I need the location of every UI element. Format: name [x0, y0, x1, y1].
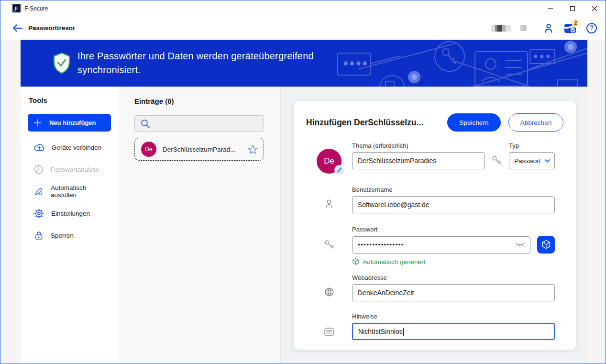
row-passwort: Passwort ••••••••••••••••	[306, 226, 563, 265]
minimize-icon	[548, 6, 553, 11]
key-type-icon	[491, 155, 502, 169]
sidebar-item-settings[interactable]: Einstellungen	[28, 202, 111, 224]
sync-banner: **** Ihre Passwörter und Daten werden ge…	[21, 40, 587, 87]
person-icon	[543, 23, 554, 33]
thema-input[interactable]: DerSchlüsselzumParadies	[352, 152, 485, 169]
shield-check-icon	[52, 52, 71, 74]
app-window: F F-Secure Passworttresor	[0, 0, 606, 364]
webadresse-input[interactable]: DenkeAnDeineZeit	[352, 284, 555, 301]
autofill-pen-icon	[34, 187, 44, 197]
chevron-down-icon	[545, 159, 550, 163]
username-person-icon	[324, 199, 334, 209]
edit-avatar-button[interactable]	[334, 165, 344, 175]
typ-select[interactable]: Passwort	[509, 152, 555, 169]
dice-icon	[541, 240, 551, 250]
password-key-icon	[324, 239, 335, 250]
entry-avatar-large: De	[317, 149, 342, 174]
row-benutzername: Benutzername SoftwareLiebe@gast.de	[306, 186, 563, 213]
add-new-button[interactable]: Neu hinzufügen	[28, 114, 111, 132]
sidebar-item-connect-devices[interactable]: Geräte verbinden	[28, 136, 111, 158]
back-button[interactable]	[9, 20, 25, 36]
hinweise-input[interactable]: NichtIstSinnlos	[352, 323, 555, 340]
close-button[interactable]	[584, 0, 606, 16]
auto-generated-note: Automatisch generiert	[352, 258, 555, 265]
titlebar: F F-Secure	[0, 0, 606, 16]
notification-badge: 2	[572, 19, 580, 27]
passwort-input[interactable]: ••••••••••••••••	[352, 236, 530, 254]
banner-message: Ihre Passwörter und Daten werden geräteü…	[77, 49, 350, 77]
app-header: Passworttresor 2	[0, 16, 606, 40]
window-controls	[540, 0, 606, 16]
app-name: F-Secure	[24, 5, 48, 12]
row-webadresse: Webadresse DenkeAnDeineZeit	[306, 274, 563, 301]
row-hinweise: Hinweise NichtIstSinnlos	[306, 313, 563, 340]
star-icon	[248, 144, 258, 154]
help-button[interactable]: ?	[585, 22, 598, 34]
pencil-icon	[337, 167, 342, 173]
text-caret	[403, 328, 404, 336]
show-password-button[interactable]	[515, 241, 525, 248]
benutzername-label: Benutzername	[352, 186, 555, 193]
redacted-block	[491, 25, 511, 32]
hinweise-label: Hinweise	[352, 313, 555, 320]
analysis-pie-icon	[34, 165, 44, 174]
lock-icon	[34, 231, 44, 241]
typ-label: Typ	[509, 142, 555, 149]
fsecure-logo-icon: F	[12, 4, 21, 12]
minimize-button[interactable]	[540, 0, 562, 16]
generated-dice-icon	[352, 258, 359, 265]
content-area: **** Ihre Passwörter und Daten werden ge…	[0, 40, 606, 364]
passwort-label: Passwort	[352, 226, 555, 233]
cancel-button[interactable]: Abbrechen	[508, 113, 563, 132]
plus-icon	[34, 119, 41, 126]
maximize-button[interactable]	[562, 0, 584, 16]
gear-icon	[34, 209, 44, 219]
card-title: Hinzufügen DerSchlüsselzu...	[306, 118, 447, 128]
generate-password-button[interactable]	[537, 236, 555, 254]
maximize-icon	[570, 6, 575, 11]
header-actions: 2 ?	[491, 22, 598, 34]
search-input[interactable]	[134, 115, 264, 132]
entry-label: DerSchlüsselzumParad...	[163, 146, 248, 153]
vault-status-button[interactable]: 2	[564, 22, 576, 34]
search-icon	[140, 119, 150, 129]
entries-heading: Einträge (0)	[134, 97, 264, 105]
entry-edit-card: Hinzufügen DerSchlüsselzu... Speichern A…	[294, 101, 576, 350]
tools-sidebar: Tools Neu hinzufügen Geräte verbinden	[21, 87, 119, 364]
redacted-block-small	[520, 25, 527, 31]
detail-panel: Hinzufügen DerSchlüsselzu... Speichern A…	[280, 87, 587, 364]
notes-icon	[324, 328, 334, 336]
webadresse-label: Webadresse	[352, 274, 555, 281]
cloud-upload-icon	[34, 143, 44, 152]
back-arrow-icon	[12, 24, 22, 33]
globe-icon	[324, 287, 334, 297]
entries-panel: Einträge (0) De DerSchlüsselzumParad...	[119, 87, 280, 364]
sidebar-item-password-analysis[interactable]: Passwortanalyse	[28, 158, 111, 180]
page-title: Passworttresor	[28, 24, 75, 32]
eye-closed-icon	[515, 241, 525, 248]
row-thema: De Thema (erforderlich)	[306, 142, 563, 174]
close-icon	[592, 6, 597, 11]
save-button[interactable]: Speichern	[447, 113, 501, 132]
account-button[interactable]	[542, 22, 555, 34]
tools-heading: Tools	[29, 96, 111, 104]
entry-list-item[interactable]: De DerSchlüsselzumParad...	[134, 138, 264, 161]
thema-label: Thema (erforderlich)	[352, 142, 485, 149]
benutzername-input[interactable]: SoftwareLiebe@gast.de	[352, 196, 555, 213]
sidebar-item-autofill[interactable]: Automatisch ausfüllen	[28, 180, 111, 202]
entry-avatar: De	[141, 142, 156, 157]
sidebar-item-lock[interactable]: Sperren	[28, 224, 111, 246]
favorite-star-button[interactable]	[248, 144, 258, 154]
card-header: Hinzufügen DerSchlüsselzu... Speichern A…	[306, 113, 563, 132]
